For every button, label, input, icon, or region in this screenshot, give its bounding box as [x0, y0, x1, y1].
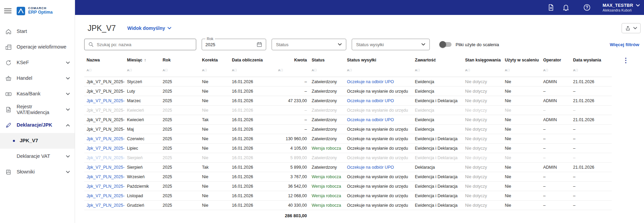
table-row[interactable]: Jpk_V7_PLN_2025- Styczeń 2025 Nie 16.01.… — [84, 77, 643, 87]
column-header[interactable]: Data wysłania — [571, 54, 612, 66]
row-name[interactable]: Jpk_V7_PLN_2025- — [87, 136, 125, 141]
row-name[interactable]: Jpk_V7_PLN_2025- — [87, 117, 125, 122]
table-row[interactable]: Jpk_V7_PLN_2025- Maj 2025 Nie 16.01.2026… — [84, 125, 643, 134]
export-button[interactable] — [622, 23, 641, 33]
text-filter-icon[interactable] — [505, 68, 510, 72]
row-name[interactable]: Jpk_V7_PLN_2025- — [87, 193, 125, 198]
table-row[interactable]: Jpk_V7_PLN_2025- Luty 2025 Nie 16.01.202… — [84, 87, 643, 96]
status-wysylki-text[interactable]: Oczekuje na odbiór UPO — [347, 98, 394, 103]
text-filter-icon[interactable] — [415, 68, 420, 72]
column-header[interactable]: Nazwa — [84, 54, 125, 66]
row-name[interactable]: Jpk_V7_PLN_2025- — [87, 98, 125, 103]
sidebar-item-ksef[interactable]: KSeF — [0, 55, 75, 71]
status-wysylki-text[interactable]: Oczekuje na wysłanie do urzędu — [347, 136, 408, 141]
sidebar-item-rejestr-vat[interactable]: Rejestr VAT/Ewidencja — [0, 102, 75, 117]
column-header[interactable]: Zawartość — [412, 54, 463, 66]
sidebar-item-kasa-bank[interactable]: Kasa/Bank — [0, 86, 75, 102]
cell-data-obliczenia: 16.01.2026 — [229, 201, 276, 210]
column-header[interactable]: Rok — [160, 54, 200, 66]
row-name[interactable]: Jpk_V7_PLN_2025- — [87, 165, 125, 170]
grid-options-kebab-icon[interactable] — [623, 57, 629, 63]
row-name[interactable]: Jpk_V7_PLN_2025- — [87, 184, 125, 189]
search-input[interactable] — [97, 42, 192, 47]
calendar-icon[interactable] — [256, 41, 262, 48]
row-name[interactable]: Jpk_V7_PLN_2025- — [87, 203, 125, 208]
status-wysylki-text[interactable]: Oczekuje na wysłanie do urzędu — [347, 174, 408, 179]
cell-status-wysylki: Oczekuje na wysłanie do urzędu — [345, 144, 412, 153]
column-header[interactable]: Stan księgowania — [463, 54, 502, 66]
sidebar-item-operacje-wielofirmowe[interactable]: Operacje wielofirmowe — [0, 39, 75, 55]
table-row[interactable]: Jpk_V7_PLN_2025- Kwiecień 2025 Nie 16.01… — [84, 106, 643, 115]
status-select[interactable]: Status — [272, 39, 346, 50]
text-filter-icon[interactable] — [465, 68, 470, 72]
cell-zawartosc: Ewidencja i Deklaracja — [412, 191, 463, 201]
view-selector[interactable]: Widok domyślny — [127, 25, 171, 31]
sidebar-item-jpk-v7[interactable]: JPK_V7 — [0, 133, 75, 149]
text-filter-icon[interactable] — [202, 68, 207, 72]
text-filter-icon[interactable] — [347, 68, 352, 72]
column-header[interactable]: Kwota — [276, 54, 309, 66]
text-filter-icon[interactable] — [87, 68, 92, 72]
sidebar-item-slowniki[interactable]: Słowniki — [0, 164, 75, 180]
more-filters-link[interactable]: Więcej filtrów — [610, 42, 639, 47]
column-header[interactable]: Miesiąc — [125, 54, 160, 66]
status-wysylki-text[interactable]: Oczekuje na wysłanie do urzędu — [347, 184, 408, 189]
rok-field[interactable]: Rok 2025 — [202, 39, 266, 50]
table-row[interactable]: Jpk_V7_PLN_2025- Sierpień 2025 Tak 16.01… — [84, 163, 643, 172]
status-wysylki-text[interactable]: Oczekuje na wysłanie do urzędu — [347, 193, 408, 198]
table-row[interactable]: Jpk_V7_PLN_2025- Sierpień 2025 Nie 16.01… — [84, 153, 643, 163]
column-header[interactable]: Korekta — [200, 54, 229, 66]
status-wysylki-text[interactable]: Oczekuje na wysłanie do urzędu — [347, 127, 408, 132]
sidebar-item-handel[interactable]: Handel — [0, 71, 75, 86]
text-filter-icon[interactable] — [232, 68, 237, 72]
status-wysylki-text[interactable]: Oczekuje na odbiór UPO — [347, 165, 394, 170]
row-name[interactable]: Jpk_V7_PLN_2025- — [87, 127, 125, 132]
status-wysylki-text[interactable]: Oczekuje na wysłanie do urzędu — [347, 89, 408, 94]
documents-icon[interactable] — [547, 3, 555, 12]
text-filter-icon[interactable] — [278, 68, 283, 72]
column-header[interactable]: Użyty w scaleniu — [502, 54, 541, 66]
table-row[interactable]: Jpk_V7_PLN_2025- Październik 2025 Nie 16… — [84, 182, 643, 191]
row-name[interactable]: Jpk_V7_PLN_2025- — [87, 79, 125, 84]
user-menu[interactable]: MAX_TESTBR Aleksandra Kuboń — [603, 3, 640, 12]
sidebar-item-start[interactable]: Start — [0, 24, 75, 39]
menu-hamburger-icon[interactable] — [4, 8, 12, 13]
text-filter-icon[interactable] — [127, 68, 132, 72]
column-header[interactable]: Status wysyłki — [345, 54, 412, 66]
row-name[interactable]: Jpk_V7_PLN_2025- — [87, 146, 125, 151]
status-wysylki-text[interactable]: Oczekuje na wysłanie do urzędu — [347, 203, 408, 208]
table-row[interactable]: Jpk_V7_PLN_2025- Wrzesień 2025 Nie 16.01… — [84, 172, 643, 182]
sidebar-item-deklaracje-jpk[interactable]: Deklaracje/JPK — [0, 117, 75, 133]
cell-korekta: Nie — [200, 96, 229, 106]
row-name[interactable]: Jpk_V7_PLN_2025- — [87, 89, 125, 94]
cell-zawartosc: Deklaracja — [412, 163, 463, 172]
table-row[interactable]: Jpk_V7_PLN_2025- Grudzień 2025 Nie 16.01… — [84, 201, 643, 210]
help-icon[interactable] — [583, 3, 591, 12]
table-row[interactable]: Jpk_V7_PLN_2025- Lipiec 2025 Nie 16.01.2… — [84, 144, 643, 153]
row-name[interactable]: Jpk_V7_PLN_2025- — [87, 155, 125, 160]
status-wysylki-text[interactable]: Oczekuje na wysłanie do urzędu — [347, 108, 408, 113]
sidebar-item-deklaracje-vat[interactable]: Deklaracje VAT — [0, 149, 75, 164]
table-row[interactable]: Jpk_V7_PLN_2025- Kwiecień 2025 Tak 16.01… — [84, 115, 643, 125]
notifications-icon[interactable] — [562, 3, 570, 12]
table-row[interactable]: Jpk_V7_PLN_2025- Czerwiec 2025 Nie 16.01… — [84, 134, 643, 144]
row-name[interactable]: Jpk_V7_PLN_2025- — [87, 108, 125, 113]
status-wysylki-text[interactable]: Oczekuje na wysłanie do urzędu — [347, 155, 408, 160]
table-row[interactable]: Jpk_V7_PLN_2025- Listopad 2025 Nie 16.01… — [84, 191, 643, 201]
cell-korekta: Nie — [200, 172, 229, 182]
merge-files-toggle[interactable] — [440, 42, 452, 47]
status-wysylki-text[interactable]: Oczekuje na odbiór UPO — [347, 79, 394, 84]
status-wysylki-text[interactable]: Oczekuje na odbiór UPO — [347, 117, 394, 122]
text-filter-icon[interactable] — [543, 68, 548, 72]
cell-korekta: Tak — [200, 115, 229, 125]
text-filter-icon[interactable] — [312, 68, 317, 72]
text-filter-icon[interactable] — [163, 68, 168, 72]
column-header[interactable]: Data obliczenia — [229, 54, 276, 66]
status-wysylki-select[interactable]: Status wysyłki — [352, 39, 430, 50]
column-header[interactable]: Operator — [541, 54, 571, 66]
row-name[interactable]: Jpk_V7_PLN_2025- — [87, 174, 125, 179]
column-header[interactable]: Status — [309, 54, 345, 66]
status-wysylki-text[interactable]: Oczekuje na wysłanie do urzędu — [347, 146, 408, 151]
table-row[interactable]: Jpk_V7_PLN_2025- Marzec 2025 Nie 16.01.2… — [84, 96, 643, 106]
text-filter-icon[interactable] — [573, 68, 578, 72]
